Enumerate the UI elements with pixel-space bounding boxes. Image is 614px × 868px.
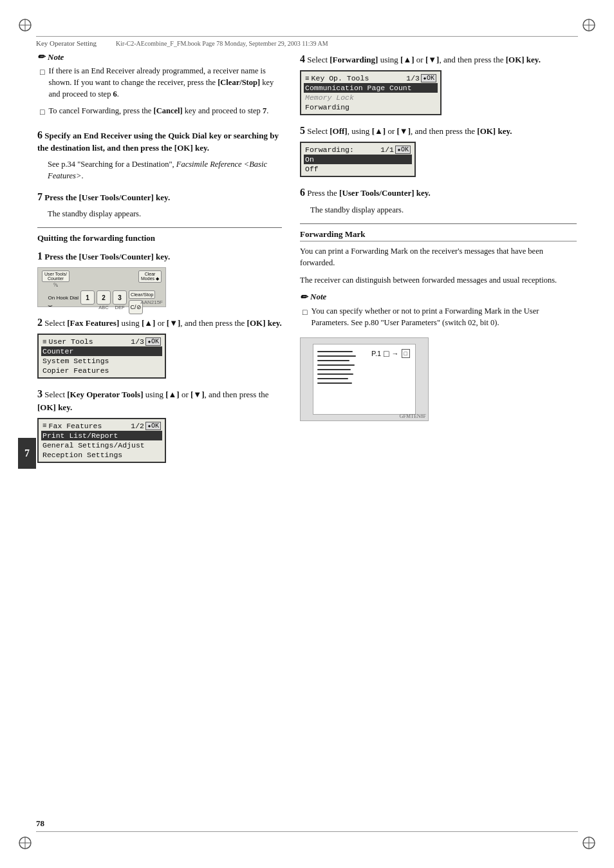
kb-key-1: 1 <box>80 290 95 305</box>
left-step-7: 7 Press the [User Tools/Counter] key. Th… <box>37 189 282 220</box>
quitting-step-1: 1 Press the [User Tools/Counter] key. Us… <box>37 249 282 307</box>
bullet-icon-2: □ <box>40 106 45 118</box>
quitting-step-2: 2 Select [Fax Features] using [▲] or [▼]… <box>37 315 282 379</box>
screen4-row-memory: Memory Lock <box>304 93 438 102</box>
screen-row-copier: Copier Features <box>41 366 162 375</box>
corner-mark-bl <box>18 836 32 850</box>
screen-user-tools: ≡ User Tools 1/3 ⬥OK Counter System Sett… <box>37 334 166 379</box>
fwd-mark-body1: You can print a Forwarding Mark on the r… <box>300 245 577 270</box>
left-step-7-header: 7 Press the [User Tools/Counter] key. <box>37 189 282 204</box>
fwd-arrow-icon: → <box>392 350 399 357</box>
quitting-divider <box>37 227 282 228</box>
quitting-step-2-header: 2 Select [Fax Features] using [▲] or [▼]… <box>37 315 282 330</box>
two-column-layout: ✏ Note □ If there is an End Receiver alr… <box>37 52 577 471</box>
kb-usertool-key: User Tools/Counter ⁰⁄₁ <box>42 270 70 288</box>
right-step-4-header: 4 Select [Forwarding] using [▲] or [▼], … <box>300 52 577 66</box>
right-step-5: 5 Select [Off], using [▲] or [▼], and th… <box>300 123 577 177</box>
screen-row-counter: Counter <box>41 346 162 356</box>
fwd-note-item-1: □ You can specify whether or not to prin… <box>300 305 577 328</box>
note-title: ✏ Note <box>37 52 282 62</box>
fwd-note-title: ✏ Note <box>300 292 577 303</box>
quitting-step-1-text: Press the [User Tools/Counter] key. <box>44 252 170 261</box>
quitting-step-3-header: 3 Select [Key Operator Tools] using [▲] … <box>37 386 282 413</box>
screen-page-ok: 1/3 ⬥OK <box>131 337 161 346</box>
quitting-step-2-num: 2 <box>37 317 42 328</box>
screen3-row-reception: Reception Settings <box>41 450 162 460</box>
chapter-tab: 7 <box>18 438 36 469</box>
right-step-5-text: Select [Off], using [▲] or [▼], and then… <box>307 126 512 136</box>
kb-row1: User Tools/Counter ⁰⁄₁ ClearModes ◆ <box>38 268 165 289</box>
quitting-step-2-text: Select [Fax Features] using [▲] or [▼], … <box>44 318 282 328</box>
screen4-icon: ≡ <box>305 75 310 82</box>
right-step-4: 4 Select [Forwarding] using [▲] or [▼], … <box>300 52 577 115</box>
screen5-row-off: Off <box>304 164 412 174</box>
fwd-bullet-icon: □ <box>302 307 308 328</box>
fwd-mark-divider <box>300 223 577 224</box>
kb-key-2-wrap: 2 ABC <box>97 290 111 314</box>
screen3-row-general: General Settings/Adjust <box>41 440 162 450</box>
right-step-6-num: 6 <box>300 187 305 198</box>
left-step-7-body: The standby display appears. <box>37 208 282 220</box>
keyboard-image: User Tools/Counter ⁰⁄₁ ClearModes ◆ On H… <box>37 267 166 307</box>
screen5-row-on: On <box>304 155 412 164</box>
screen4-row-forwarding: Forwarding <box>304 102 438 112</box>
fwd-checkbox-icon: □ <box>384 348 389 359</box>
quitting-step-1-header: 1 Press the [User Tools/Counter] key. <box>37 249 282 263</box>
corner-mark-tl <box>18 18 32 32</box>
right-column: 4 Select [Forwarding] using [▲] or [▼], … <box>300 52 577 471</box>
kb-onhook-area: On Hook Dial⌣ <box>48 290 79 314</box>
screen-icon: ≡ <box>42 338 47 346</box>
main-content: ✏ Note □ If there is an End Receiver alr… <box>37 52 577 816</box>
right-step-4-text: Select [Forwarding] using [▲] or [▼], an… <box>307 55 541 64</box>
forwarding-mark-image: P.1 □ → □ GFMTEN8F <box>300 337 429 421</box>
header-bar: Key Operator Setting Kir-C2-AEcombine_F_… <box>36 36 578 47</box>
screen4-row-comm: Communication Page Count <box>304 83 438 93</box>
fwd-note-pencil-icon: ✏ <box>300 292 308 303</box>
kb-caption: AAN215F <box>140 299 163 305</box>
screen4-title: ≡ Key Op. Tools 1/3 ⬥OK <box>304 73 438 83</box>
screen-row-title: ≡ User Tools 1/3 ⬥OK <box>41 337 162 346</box>
screen5-title: Forwarding: 1/1 ⬥OK <box>304 145 412 155</box>
left-step-6: 6 Specify an End Receiver using the Quic… <box>37 127 282 182</box>
screen3-row-print: Print List/Report <box>41 431 162 440</box>
left-step-6-text: Specify an End Receiver using the Quick … <box>37 131 279 153</box>
left-step-6-header: 6 Specify an End Receiver using the Quic… <box>37 127 282 155</box>
header-file-info: Kir-C2-AEcombine_F_FM.book Page 78 Monda… <box>116 40 328 47</box>
kb-clearmodes-key: ClearModes ◆ <box>138 270 162 288</box>
page: Key Operator Setting Kir-C2-AEcombine_F_… <box>0 0 614 868</box>
fwd-lines <box>317 351 356 384</box>
screen-forwarding: Forwarding: 1/1 ⬥OK On Off <box>300 142 416 177</box>
right-step-6-header: 6 Press the [User Tools/Counter] key. <box>300 185 577 200</box>
fwd-mark-body2: The receiver can distinguish between for… <box>300 274 577 287</box>
fwd-note-section: ✏ Note □ You can specify whether or not … <box>300 292 577 328</box>
right-step-4-num: 4 <box>300 53 305 64</box>
right-step-6: 6 Press the [User Tools/Counter] key. Th… <box>300 185 577 215</box>
fwd-p1-mark: P.1 □ → □ <box>371 348 410 359</box>
screen3-icon: ≡ <box>42 422 47 429</box>
right-step-6-body: The standby display appears. <box>300 204 577 216</box>
screen-row-system: System Settings <box>41 356 162 366</box>
screen3-title: ≡ Fax Features 1/2 ⬥OK <box>41 421 162 431</box>
note-section: ✏ Note □ If there is an End Receiver alr… <box>37 52 282 118</box>
footer-bar: 78 <box>36 818 578 832</box>
right-step-5-num: 5 <box>300 125 305 136</box>
fwd-image-caption: GFMTEN8F <box>400 413 426 419</box>
left-step-7-text: Press the [User Tools/Counter] key. <box>44 193 170 202</box>
quitting-section-title: Quitting the forwarding function <box>37 233 282 243</box>
screen-fax-features: ≡ Fax Features 1/2 ⬥OK Print List/Report… <box>37 418 166 463</box>
header-section-title: Key Operator Setting <box>36 39 97 47</box>
corner-mark-br <box>582 836 596 850</box>
page-number: 78 <box>36 818 44 828</box>
bullet-icon: □ <box>40 66 45 100</box>
quitting-step-3-num: 3 <box>37 388 42 399</box>
screen-key-op-tools: ≡ Key Op. Tools 1/3 ⬥OK Communication Pa… <box>300 70 442 115</box>
fwd-mark-inner: P.1 □ → □ <box>313 344 416 415</box>
note-item-1-text: If there is an End Receiver already prog… <box>49 65 282 100</box>
corner-mark-tr <box>582 18 596 32</box>
note-item-2-text: To cancel Forwarding, press the [Cancel]… <box>49 105 282 118</box>
screen-title: User Tools <box>49 337 93 346</box>
left-column: ✏ Note □ If there is an End Receiver alr… <box>37 52 282 471</box>
right-step-5-header: 5 Select [Off], using [▲] or [▼], and th… <box>300 123 577 138</box>
kb-key-3-wrap: 3 DEF <box>113 290 127 314</box>
note-pencil-icon: ✏ <box>37 52 45 62</box>
